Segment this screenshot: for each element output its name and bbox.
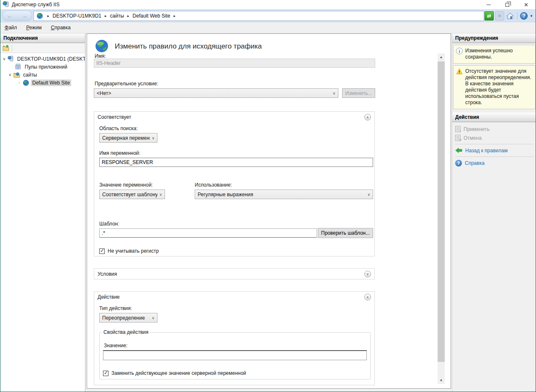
action-section-title: Действие (98, 294, 120, 300)
globe-icon (23, 79, 29, 86)
action-value-input[interactable] (103, 350, 367, 360)
collapse-icon[interactable]: ∧ (364, 294, 371, 300)
replace-value-checkbox[interactable] (103, 371, 108, 376)
scrollbar-thumb[interactable] (438, 61, 445, 362)
back-to-rules-link[interactable]: Назад к правилам (452, 146, 536, 155)
precondition-dropdown[interactable]: <Нет> ∨ (94, 88, 338, 98)
home-button[interactable] (505, 11, 515, 20)
scope-dropdown[interactable]: Серверная переменн ∨ (99, 133, 157, 143)
conditions-section-title: Условия (98, 271, 117, 277)
actions-separator (455, 156, 533, 157)
address-bar: ← → ▸ DESKTOP-U1MK9D1 ▸ сайты ▸ Default … (0, 9, 536, 22)
right-panel: Предупреждения i Изменения успешно сохра… (452, 33, 536, 392)
help-link[interactable]: ? Справка (452, 159, 536, 167)
chevron-down-icon: ∨ (159, 192, 162, 197)
nav-history-buttons: ← → (2, 10, 32, 21)
connections-tree: ∨ DESKTOP-U1MK9D1 (DESKTOP Пулы приложен… (0, 53, 85, 87)
back-arrow-icon (455, 148, 462, 153)
scroll-down-icon[interactable]: ▼ (438, 377, 445, 384)
connections-header: Подключения (0, 33, 85, 43)
minimize-button[interactable] (479, 0, 498, 9)
chevron-down-icon[interactable]: ▼ (530, 14, 533, 18)
breadcrumb-item-sites[interactable]: сайты (110, 13, 124, 19)
pattern-input[interactable] (99, 228, 317, 238)
pattern-label: Шаблон: (99, 221, 119, 227)
breadcrumb[interactable]: ▸ DESKTOP-U1MK9D1 ▸ сайты ▸ Default Web … (34, 11, 484, 21)
expand-icon[interactable]: ∨ (364, 271, 371, 277)
ignore-case-row[interactable]: Не учитывать регистр (99, 248, 159, 254)
using-dropdown[interactable]: Регулярные выражения ∨ (195, 190, 373, 199)
scope-value: Серверная переменн (102, 135, 150, 141)
variable-name-label: Имя переменной: (99, 150, 140, 156)
test-pattern-button[interactable]: Проверить шаблон... (318, 228, 373, 238)
action-section-header[interactable]: Действие ∧ (94, 292, 374, 302)
tree-item-label: Default Web Site (31, 79, 71, 86)
chevron-down-icon: ∨ (152, 136, 155, 140)
action-properties-title: Свойства действия (102, 329, 149, 335)
alert-text: Изменения успешно сохранены. (465, 48, 533, 60)
scroll-up-icon[interactable]: ▲ (438, 54, 445, 61)
chevron-expanded-icon[interactable]: ∨ (8, 72, 13, 77)
refresh-button[interactable]: ⇄ (484, 11, 494, 20)
restore-button[interactable] (498, 0, 517, 9)
chevron-down-icon: ∨ (367, 192, 370, 197)
scope-label: Область поиска: (99, 126, 138, 131)
window-title: Диспетчер служб IIS (12, 2, 59, 8)
menu-help[interactable]: Справка (51, 25, 71, 31)
help-button[interactable]: ? (520, 12, 528, 20)
collapse-icon[interactable]: ∧ (364, 114, 371, 120)
variable-name-input[interactable] (99, 158, 373, 167)
tree-item-default-web-site[interactable]: › Default Web Site (0, 79, 85, 87)
action-type-label: Тип действия: (99, 305, 132, 311)
breadcrumb-item-server[interactable]: DESKTOP-U1MK9D1 (53, 13, 101, 19)
variable-value-value: Соответствует шаблону (102, 192, 157, 197)
name-label: Имя: (95, 53, 106, 59)
ignore-case-checkbox[interactable] (99, 249, 105, 254)
breadcrumb-separator-icon: ▸ (105, 14, 107, 18)
help-icon: ? (455, 160, 462, 167)
close-button[interactable]: ✕ (517, 0, 536, 9)
using-label: Использование: (195, 182, 232, 188)
chevron-down-icon: ∨ (332, 91, 335, 95)
chevron-collapsed-icon[interactable]: › (17, 80, 22, 85)
actions-header: Действия (452, 113, 536, 122)
precondition-label: Предварительное условие: (95, 81, 158, 87)
cancel-icon: ✕ (455, 135, 461, 141)
back-button[interactable]: ← (7, 13, 13, 19)
app-icon (3, 1, 9, 9)
tree-item-app-pools[interactable]: Пулы приложений (0, 63, 85, 71)
action-properties-group: Свойства действия Значение: Заменить дей… (99, 329, 371, 379)
main-scrollbar[interactable]: ▲ ▼ (438, 54, 445, 384)
tree-item-label: сайты (22, 72, 39, 78)
stop-button[interactable]: ✕ (495, 11, 504, 20)
tree-item-sites[interactable]: ∨ сайты (0, 71, 85, 79)
conditions-section-header[interactable]: Условия ∨ (94, 269, 374, 279)
edit-precondition-button: Изменить... (342, 88, 375, 98)
breadcrumb-separator-icon: ▸ (127, 14, 129, 18)
breadcrumb-item-default-web-site[interactable]: Default Web Site (133, 13, 170, 19)
match-section: Соответствует ∧ Область поиска: Серверна… (94, 111, 375, 256)
action-type-dropdown[interactable]: Переопределение ∨ (99, 313, 157, 323)
actions-separator (455, 144, 533, 144)
connect-folder-icon[interactable] (3, 45, 9, 51)
conditions-section: Условия ∨ (94, 268, 375, 279)
help-icon: ? (522, 13, 525, 19)
close-icon: ✕ (524, 2, 528, 8)
menu-file[interactable]: Файл (5, 25, 17, 31)
variable-value-label: Значение переменной: (99, 182, 153, 188)
globe-icon (36, 13, 43, 19)
menu-view[interactable]: Режим (26, 25, 42, 31)
match-section-title: Соответствует (98, 114, 131, 120)
cancel-button: ✕ Отмена (452, 133, 536, 142)
alert-text: Отсутствует значение для действия переоп… (465, 68, 533, 106)
chevron-expanded-icon[interactable]: ∨ (2, 56, 7, 61)
tree-item-server[interactable]: ∨ DESKTOP-U1MK9D1 (DESKTOP (0, 55, 85, 63)
match-section-header[interactable]: Соответствует ∧ (94, 112, 374, 123)
application-pools-icon (15, 64, 22, 70)
toolbar-separator (12, 45, 12, 51)
main-content: Изменить правило для исходящего трафика … (87, 33, 451, 389)
variable-value-dropdown[interactable]: Соответствует шаблону ∨ (99, 190, 165, 199)
breadcrumb-separator-icon: ▸ (173, 14, 175, 18)
replace-value-row[interactable]: Заменить действующее значение серверной … (103, 370, 246, 376)
forward-button[interactable]: → (22, 13, 28, 19)
